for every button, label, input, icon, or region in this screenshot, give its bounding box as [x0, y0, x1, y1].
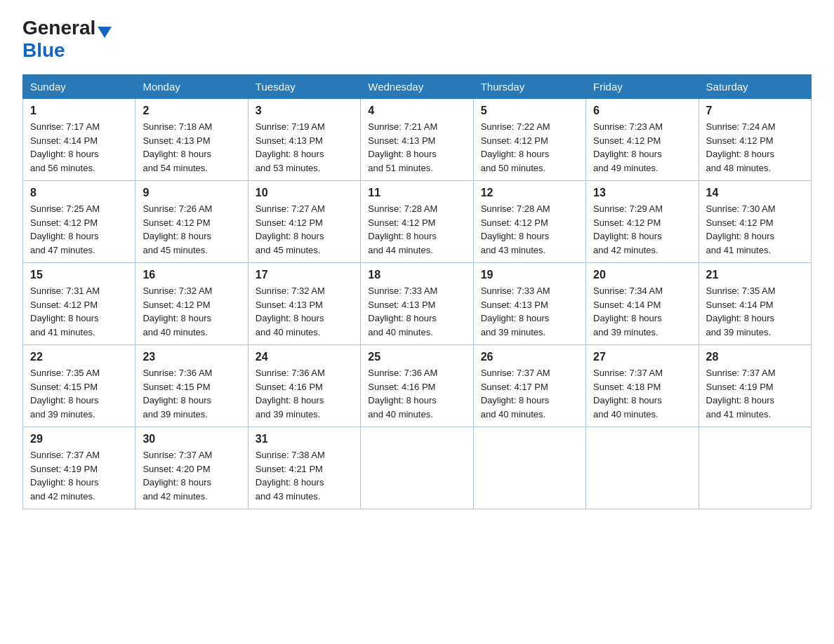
day-info: Sunrise: 7:18 AMSunset: 4:13 PMDaylight:… — [143, 121, 212, 173]
day-info: Sunrise: 7:27 AMSunset: 4:12 PMDaylight:… — [256, 203, 325, 255]
day-number: 25 — [368, 351, 465, 363]
logo-triangle-icon — [98, 27, 112, 38]
calendar-table: SundayMondayTuesdayWednesdayThursdayFrid… — [22, 74, 812, 509]
calendar-cell: 12Sunrise: 7:28 AMSunset: 4:12 PMDayligh… — [473, 181, 585, 263]
day-number: 10 — [256, 187, 353, 199]
day-number: 6 — [593, 105, 691, 117]
day-number: 13 — [593, 187, 691, 199]
day-info: Sunrise: 7:32 AMSunset: 4:13 PMDaylight:… — [256, 286, 325, 337]
calendar-cell: 17Sunrise: 7:32 AMSunset: 4:13 PMDayligh… — [248, 263, 360, 345]
day-info: Sunrise: 7:33 AMSunset: 4:13 PMDaylight:… — [481, 286, 550, 337]
calendar-week-row: 8Sunrise: 7:25 AMSunset: 4:12 PMDaylight… — [23, 181, 812, 263]
day-info: Sunrise: 7:32 AMSunset: 4:12 PMDaylight:… — [143, 286, 212, 337]
day-info: Sunrise: 7:28 AMSunset: 4:12 PMDaylight:… — [368, 203, 437, 255]
calendar-cell: 2Sunrise: 7:18 AMSunset: 4:13 PMDaylight… — [135, 99, 248, 181]
day-info: Sunrise: 7:36 AMSunset: 4:16 PMDaylight:… — [256, 368, 325, 420]
day-number: 3 — [256, 105, 353, 117]
calendar-cell: 22Sunrise: 7:35 AMSunset: 4:15 PMDayligh… — [23, 345, 135, 427]
calendar-cell: 16Sunrise: 7:32 AMSunset: 4:12 PMDayligh… — [135, 263, 248, 345]
calendar-header-row: SundayMondayTuesdayWednesdayThursdayFrid… — [23, 75, 812, 99]
day-info: Sunrise: 7:37 AMSunset: 4:19 PMDaylight:… — [30, 450, 100, 502]
day-info: Sunrise: 7:37 AMSunset: 4:18 PMDaylight:… — [593, 368, 663, 420]
day-info: Sunrise: 7:30 AMSunset: 4:12 PMDaylight:… — [706, 203, 776, 255]
calendar-cell: 26Sunrise: 7:37 AMSunset: 4:17 PMDayligh… — [473, 345, 585, 427]
day-number: 8 — [30, 187, 128, 199]
calendar-cell: 10Sunrise: 7:27 AMSunset: 4:12 PMDayligh… — [248, 181, 360, 263]
day-info: Sunrise: 7:35 AMSunset: 4:14 PMDaylight:… — [706, 286, 776, 337]
calendar-cell: 23Sunrise: 7:36 AMSunset: 4:15 PMDayligh… — [135, 345, 248, 427]
calendar-week-row: 22Sunrise: 7:35 AMSunset: 4:15 PMDayligh… — [23, 345, 812, 427]
header-wednesday: Wednesday — [361, 75, 473, 99]
page-header: General Blue — [22, 17, 812, 62]
day-number: 5 — [481, 105, 578, 117]
day-info: Sunrise: 7:33 AMSunset: 4:13 PMDaylight:… — [368, 286, 437, 337]
day-number: 2 — [143, 105, 240, 117]
calendar-cell: 6Sunrise: 7:23 AMSunset: 4:12 PMDaylight… — [586, 99, 699, 181]
calendar-cell: 9Sunrise: 7:26 AMSunset: 4:12 PMDaylight… — [135, 181, 248, 263]
logo-general-text: General — [22, 17, 95, 39]
day-info: Sunrise: 7:35 AMSunset: 4:15 PMDaylight:… — [30, 368, 100, 420]
calendar-cell: 11Sunrise: 7:28 AMSunset: 4:12 PMDayligh… — [361, 181, 473, 263]
day-info: Sunrise: 7:28 AMSunset: 4:12 PMDaylight:… — [481, 203, 550, 255]
day-info: Sunrise: 7:34 AMSunset: 4:14 PMDaylight:… — [593, 286, 663, 337]
day-info: Sunrise: 7:23 AMSunset: 4:12 PMDaylight:… — [593, 121, 663, 173]
day-number: 30 — [143, 433, 240, 445]
day-info: Sunrise: 7:38 AMSunset: 4:21 PMDaylight:… — [256, 450, 325, 502]
day-number: 17 — [256, 269, 353, 281]
day-info: Sunrise: 7:37 AMSunset: 4:20 PMDaylight:… — [143, 450, 212, 502]
day-info: Sunrise: 7:36 AMSunset: 4:15 PMDaylight:… — [143, 368, 212, 420]
calendar-cell — [699, 427, 811, 509]
day-info: Sunrise: 7:19 AMSunset: 4:13 PMDaylight:… — [256, 121, 325, 173]
day-info: Sunrise: 7:31 AMSunset: 4:12 PMDaylight:… — [30, 286, 100, 337]
calendar-cell: 30Sunrise: 7:37 AMSunset: 4:20 PMDayligh… — [135, 427, 248, 509]
day-number: 11 — [368, 187, 465, 199]
day-number: 7 — [706, 105, 804, 117]
day-info: Sunrise: 7:26 AMSunset: 4:12 PMDaylight:… — [143, 203, 212, 255]
day-number: 9 — [143, 187, 240, 199]
header-tuesday: Tuesday — [248, 75, 360, 99]
calendar-cell: 25Sunrise: 7:36 AMSunset: 4:16 PMDayligh… — [361, 345, 473, 427]
day-info: Sunrise: 7:36 AMSunset: 4:16 PMDaylight:… — [368, 368, 437, 420]
day-number: 24 — [256, 351, 353, 363]
calendar-cell: 15Sunrise: 7:31 AMSunset: 4:12 PMDayligh… — [23, 263, 135, 345]
calendar-cell: 19Sunrise: 7:33 AMSunset: 4:13 PMDayligh… — [473, 263, 585, 345]
day-info: Sunrise: 7:37 AMSunset: 4:19 PMDaylight:… — [706, 368, 776, 420]
header-monday: Monday — [135, 75, 248, 99]
header-thursday: Thursday — [473, 75, 585, 99]
calendar-cell — [473, 427, 585, 509]
day-info: Sunrise: 7:29 AMSunset: 4:12 PMDaylight:… — [593, 203, 663, 255]
day-number: 19 — [481, 269, 578, 281]
calendar-week-row: 29Sunrise: 7:37 AMSunset: 4:19 PMDayligh… — [23, 427, 812, 509]
logo: General Blue — [22, 17, 112, 62]
calendar-cell: 29Sunrise: 7:37 AMSunset: 4:19 PMDayligh… — [23, 427, 135, 509]
calendar-cell: 14Sunrise: 7:30 AMSunset: 4:12 PMDayligh… — [699, 181, 811, 263]
calendar-cell — [361, 427, 473, 509]
day-number: 1 — [30, 105, 128, 117]
day-info: Sunrise: 7:21 AMSunset: 4:13 PMDaylight:… — [368, 121, 437, 173]
calendar-cell: 5Sunrise: 7:22 AMSunset: 4:12 PMDaylight… — [473, 99, 585, 181]
calendar-cell: 20Sunrise: 7:34 AMSunset: 4:14 PMDayligh… — [586, 263, 699, 345]
day-number: 12 — [481, 187, 578, 199]
day-number: 20 — [593, 269, 691, 281]
day-number: 31 — [256, 433, 353, 445]
calendar-cell: 1Sunrise: 7:17 AMSunset: 4:14 PMDaylight… — [23, 99, 135, 181]
day-number: 15 — [30, 269, 128, 281]
calendar-cell: 18Sunrise: 7:33 AMSunset: 4:13 PMDayligh… — [361, 263, 473, 345]
day-number: 27 — [593, 351, 691, 363]
day-info: Sunrise: 7:22 AMSunset: 4:12 PMDaylight:… — [481, 121, 550, 173]
day-info: Sunrise: 7:25 AMSunset: 4:12 PMDaylight:… — [30, 203, 100, 255]
day-number: 21 — [706, 269, 804, 281]
day-number: 14 — [706, 187, 804, 199]
day-number: 26 — [481, 351, 578, 363]
day-number: 18 — [368, 269, 465, 281]
calendar-cell: 21Sunrise: 7:35 AMSunset: 4:14 PMDayligh… — [699, 263, 811, 345]
header-friday: Friday — [586, 75, 699, 99]
calendar-cell: 7Sunrise: 7:24 AMSunset: 4:12 PMDaylight… — [699, 99, 811, 181]
calendar-cell: 28Sunrise: 7:37 AMSunset: 4:19 PMDayligh… — [699, 345, 811, 427]
day-number: 22 — [30, 351, 128, 363]
header-sunday: Sunday — [23, 75, 135, 99]
day-number: 16 — [143, 269, 240, 281]
calendar-cell: 27Sunrise: 7:37 AMSunset: 4:18 PMDayligh… — [586, 345, 699, 427]
day-info: Sunrise: 7:17 AMSunset: 4:14 PMDaylight:… — [30, 121, 100, 173]
header-saturday: Saturday — [699, 75, 811, 99]
